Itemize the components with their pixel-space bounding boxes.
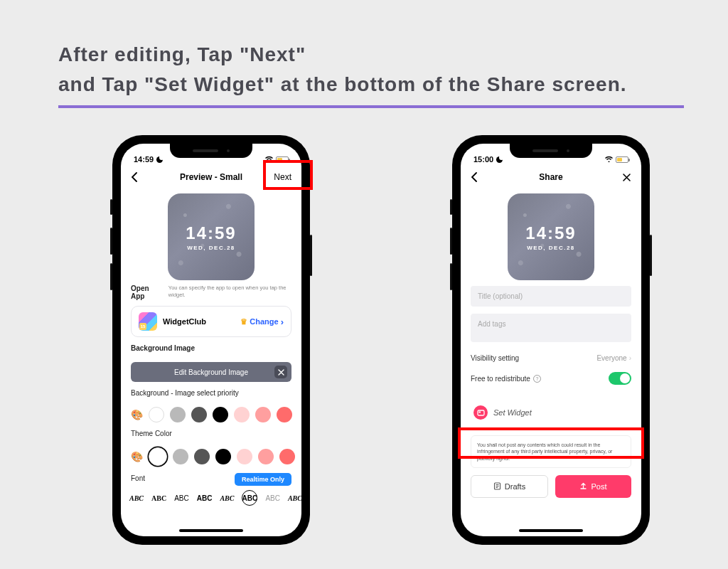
widget-preview: 14:59 WED, DEC.28 — [168, 193, 255, 280]
post-button[interactable]: Post — [555, 475, 631, 498]
visibility-label: Visibility setting — [471, 354, 519, 362]
tags-input[interactable]: Add tags — [471, 314, 631, 342]
nav-title: Share — [461, 172, 641, 182]
title-input[interactable]: Title (optional) — [471, 286, 631, 307]
edit-bg-image-button[interactable]: Edit Background Image — [131, 362, 291, 382]
widget-time: 14:59 — [186, 223, 236, 243]
drafts-icon — [493, 482, 501, 491]
widget-date: WED, DEC.28 — [527, 245, 575, 251]
font-sample[interactable]: ABC — [220, 494, 234, 502]
instruction-line1: After editing, Tap "Next" — [58, 40, 627, 70]
back-button[interactable] — [471, 172, 477, 182]
theme-swatch-coral[interactable] — [279, 449, 295, 464]
theme-swatch-grey[interactable] — [173, 449, 188, 464]
bg-image-label: Background Image — [131, 344, 291, 352]
screen-share: 15:00 Share 14:59 WED, DEC.28 Title (opt… — [461, 144, 641, 536]
open-app-help: You can specify the app to open when you… — [168, 284, 291, 299]
phone-side-button — [110, 263, 112, 290]
svg-rect-0 — [478, 410, 484, 415]
set-widget-button[interactable]: Set Widget — [471, 400, 631, 425]
color-swatch-lightpink[interactable] — [234, 407, 250, 422]
redistribute-toggle[interactable] — [609, 372, 631, 385]
close-button[interactable] — [622, 173, 631, 182]
font-sample-row: ABC ABC ABC ABC ABC ABC ABC ABC — [121, 487, 301, 506]
back-button[interactable] — [131, 172, 137, 182]
upload-icon — [579, 482, 587, 491]
visibility-setting-row[interactable]: Visibility setting Everyone › — [471, 349, 631, 367]
battery-icon — [276, 156, 289, 163]
phone-mockup-share: 15:00 Share 14:59 WED, DEC.28 Title (opt… — [452, 135, 650, 545]
color-swatch-black[interactable] — [213, 407, 228, 422]
change-label: Change — [250, 317, 278, 326]
home-indicator — [179, 529, 243, 532]
change-app-link[interactable]: ♛ Change › — [240, 317, 284, 326]
do-not-disturb-icon — [156, 156, 163, 163]
chevron-right-icon: › — [629, 354, 631, 362]
svg-rect-1 — [478, 411, 481, 413]
wifi-icon — [604, 155, 614, 164]
phone-notch — [170, 144, 252, 158]
realtime-only-button[interactable]: Realtime Only — [235, 473, 291, 486]
next-button[interactable]: Next — [274, 172, 291, 182]
post-label: Post — [591, 482, 606, 491]
app-icon: 15 — [139, 312, 157, 331]
bg-priority-label: Background - Image select priority — [131, 389, 291, 397]
font-sample[interactable]: ABC — [197, 494, 213, 502]
widget-date: WED, DEC.28 — [187, 245, 235, 251]
phone-side-button — [450, 228, 452, 255]
phone-side-button — [110, 228, 112, 255]
clear-bg-button[interactable] — [274, 366, 287, 378]
battery-icon — [616, 156, 628, 163]
crown-icon: ♛ — [240, 317, 247, 326]
palette-icon[interactable]: 🎨 — [131, 409, 143, 420]
font-label: Font — [131, 474, 145, 482]
phone-side-button — [450, 263, 452, 290]
color-swatch-coral[interactable] — [277, 407, 292, 422]
help-icon[interactable]: ? — [533, 375, 541, 383]
theme-swatch-pink[interactable] — [258, 449, 274, 464]
home-indicator — [519, 529, 583, 532]
drafts-button[interactable]: Drafts — [471, 475, 548, 498]
instruction-line2: and Tap "Set Widget" at the bottom of th… — [58, 70, 627, 100]
drafts-label: Drafts — [505, 482, 525, 491]
redistribute-setting-row: Free to redistribute ? — [471, 367, 631, 390]
disclaimer-text: You shall not post any contents which co… — [471, 435, 631, 468]
open-app-name: WidgetClub — [163, 317, 235, 326]
phone-side-button — [110, 199, 112, 215]
set-widget-icon — [473, 405, 488, 420]
font-sample-selected[interactable]: ABC — [242, 490, 257, 506]
theme-swatch-black[interactable] — [215, 449, 231, 464]
color-swatch-darkgrey[interactable] — [191, 407, 207, 422]
instruction-text: After editing, Tap "Next" and Tap "Set W… — [58, 40, 627, 100]
nav-bar: Share — [461, 165, 641, 189]
nav-bar: Preview - Small Next — [121, 165, 301, 189]
visibility-value: Everyone — [596, 354, 626, 362]
font-sample[interactable]: ABC — [129, 494, 144, 502]
redistribute-label: Free to redistribute — [471, 375, 530, 383]
open-app-card[interactable]: 15 WidgetClub ♛ Change › — [131, 306, 291, 337]
color-swatch-pink[interactable] — [255, 407, 271, 422]
font-sample[interactable]: ABC — [174, 494, 189, 502]
color-swatch-white[interactable] — [149, 407, 164, 422]
bg-color-swatches: 🎨 — [121, 404, 301, 425]
status-time: 14:59 — [134, 155, 154, 164]
theme-swatch-darkgrey[interactable] — [194, 449, 210, 464]
widget-time: 14:59 — [525, 223, 576, 243]
font-sample[interactable]: ABC — [151, 494, 166, 502]
theme-color-label: Theme Color — [131, 430, 291, 437]
open-app-label: Open App — [131, 284, 161, 300]
phone-side-button — [650, 235, 652, 276]
color-swatch-grey[interactable] — [170, 407, 186, 422]
theme-color-swatches: 🎨 — [121, 445, 301, 469]
font-sample[interactable]: ABC — [288, 494, 301, 502]
widget-preview: 14:59 WED, DEC.28 — [508, 193, 594, 280]
set-widget-label: Set Widget — [493, 408, 532, 417]
theme-swatch-white-selected[interactable] — [149, 447, 167, 466]
font-sample[interactable]: ABC — [265, 494, 280, 502]
chevron-right-icon: › — [281, 317, 284, 326]
palette-icon[interactable]: 🎨 — [131, 451, 143, 462]
do-not-disturb-icon — [496, 156, 503, 163]
theme-swatch-lightpink[interactable] — [237, 449, 252, 464]
phone-side-button — [310, 235, 312, 276]
status-time: 15:00 — [473, 155, 493, 164]
